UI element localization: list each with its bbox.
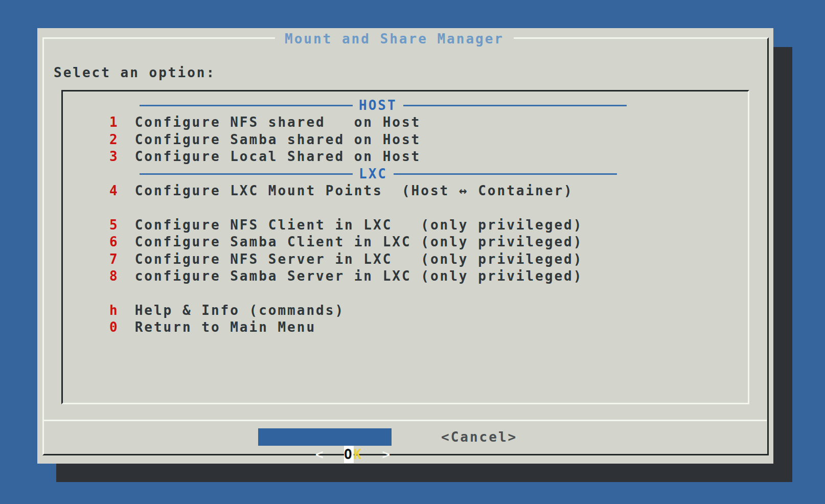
menu-blank-row xyxy=(109,199,627,216)
menu-item-label: Configure LXC Mount Points (Host ↔ Conta… xyxy=(135,182,574,199)
menu-item-hotkey: 3 xyxy=(109,148,119,165)
ok-button-left-bracket: < xyxy=(315,447,344,462)
separator-line xyxy=(403,105,627,106)
menu-item-hotkey: 0 xyxy=(109,319,119,336)
dialog-title: Mount and Share Manager xyxy=(275,30,514,48)
menu-blank-row xyxy=(109,285,627,302)
menu-item-5[interactable]: 5Configure NFS Client in LXC (only privi… xyxy=(109,217,627,234)
menu-item-hotkey: 1 xyxy=(109,114,119,131)
menu-item-label: Configure NFS shared on Host xyxy=(135,114,421,131)
menu-item-6[interactable]: 6Configure Samba Client in LXC (only pri… xyxy=(109,234,627,250)
button-row-divider xyxy=(44,420,767,421)
menu-item-hotkey: 2 xyxy=(109,131,119,148)
separator-line xyxy=(394,173,617,175)
menu-item-label: Configure Local Shared on Host xyxy=(135,148,421,165)
ok-button-right-bracket: > xyxy=(363,447,392,462)
menu-item-2[interactable]: 2Configure Samba shared on Host xyxy=(109,131,627,148)
ok-button-hotkey: K xyxy=(354,447,363,462)
button-row: < OK > <Cancel> xyxy=(0,428,825,446)
menu-item-h[interactable]: hHelp & Info (commands) xyxy=(109,302,627,319)
cancel-button[interactable]: <Cancel> xyxy=(441,428,517,446)
menu-item-7[interactable]: 7Configure NFS Server in LXC (only privi… xyxy=(109,251,627,268)
menu-item-label: Configure NFS Client in LXC (only privil… xyxy=(135,217,583,234)
menu-item-hotkey: 7 xyxy=(109,251,119,268)
menu-item-label: Configure NFS Server in LXC (only privil… xyxy=(135,251,583,268)
terminal-screen: Mount and Share Manager Select an option… xyxy=(0,0,825,504)
separator-line xyxy=(140,173,353,175)
menu-item-8[interactable]: 8configure Samba Server in LXC (only pri… xyxy=(109,268,627,285)
section-label: LXC xyxy=(359,166,387,182)
menu-item-hotkey: 5 xyxy=(109,217,119,234)
menu-item-label: Configure Samba shared on Host xyxy=(135,131,421,148)
menu-list: HOST1Configure NFS shared on Host2Config… xyxy=(109,97,627,336)
menu-item-hotkey: h xyxy=(109,302,119,319)
section-label: HOST xyxy=(359,97,397,114)
menu-item-label: Help & Info (commands) xyxy=(135,302,345,319)
menu-item-label: configure Samba Server in LXC (only priv… xyxy=(135,268,583,285)
menu-item-1[interactable]: 1Configure NFS shared on Host xyxy=(109,114,627,131)
menu-item-4[interactable]: 4Configure LXC Mount Points (Host ↔ Cont… xyxy=(109,182,627,199)
menu-item-0[interactable]: 0Return to Main Menu xyxy=(109,319,627,336)
section-header-lxc: LXC xyxy=(140,166,627,182)
menu-item-hotkey: 4 xyxy=(109,182,119,199)
menu-item-hotkey: 8 xyxy=(109,268,119,285)
menu-item-label: Configure Samba Client in LXC (only priv… xyxy=(135,234,583,250)
prompt-text: Select an option: xyxy=(54,64,216,81)
menu-item-label: Return to Main Menu xyxy=(135,319,316,336)
menu-item-3[interactable]: 3Configure Local Shared on Host xyxy=(109,148,627,165)
menu-item-hotkey: 6 xyxy=(109,234,119,250)
separator-line xyxy=(140,105,353,106)
section-header-host: HOST xyxy=(140,97,627,114)
ok-button[interactable]: < OK > xyxy=(258,428,392,446)
ok-button-text-cursor: O xyxy=(344,446,354,463)
